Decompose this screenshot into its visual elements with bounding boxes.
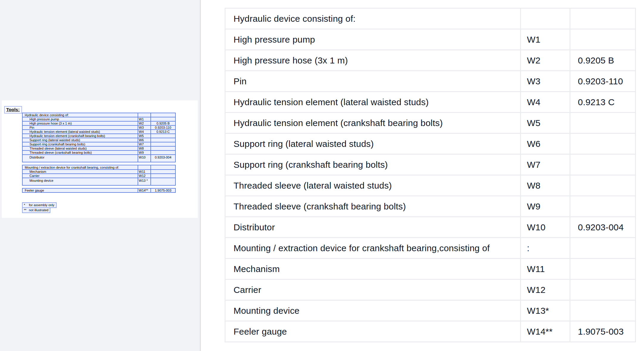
table-row: Hydraulic tension element (lateral waist… (225, 92, 636, 113)
tools-label: Tools: (6, 107, 20, 112)
screen: Tools: Hydraulic device consisting of: H… (0, 0, 644, 351)
table-row: Distributor W10 0.9203-004 (225, 217, 636, 238)
cell-part-number: 0.9213 C (570, 92, 636, 113)
table-row: Support ring (crankshaft bearing bolts) … (225, 154, 636, 175)
cell-description: Threaded sleeve (lateral waisted studs) (225, 175, 521, 196)
cell-tool-number: W3 (521, 71, 570, 92)
table-row: Mounting / extraction device for cranksh… (225, 238, 636, 259)
extracted-table-pane: Hydraulic device consisting of: High pre… (201, 0, 644, 351)
table-row: Carrier W12 (225, 279, 636, 300)
cell-part-number (570, 8, 636, 29)
cell-tool-number: W4 (521, 92, 570, 113)
footnote-text: for assembly only (29, 203, 55, 207)
mini-cell-tool-number: W10 (138, 154, 151, 162)
table-row: High pressure pump W1 (225, 29, 636, 50)
mini-cell-part-number (150, 178, 176, 186)
cell-description: Support ring (crankshaft bearing bolts) (225, 154, 521, 175)
cell-part-number (570, 300, 636, 321)
mini-cell-description: Mounting device (22, 178, 138, 186)
table-row: Threaded sleeve (crankshaft bearing bolt… (225, 196, 636, 217)
cell-tool-number: W9 (521, 196, 570, 217)
cell-description: Hydraulic tension element (lateral waist… (225, 92, 521, 113)
cell-tool-number (521, 8, 570, 29)
footnote-text: not illustrated (29, 208, 48, 212)
table-row: Feeler gauge W14** 1.9075-003 (225, 321, 636, 342)
mini-table-row: Distributor W10 0.9203-004 (22, 154, 176, 162)
table-row: Hydraulic device consisting of: (225, 8, 636, 29)
document-preview-pane: Tools: Hydraulic device consisting of: H… (0, 0, 200, 351)
footnotes: *for assembly only **not illustrated (22, 203, 57, 213)
tools-label-detection-box: Tools: (4, 106, 22, 114)
cell-tool-number: W8 (521, 175, 570, 196)
mini-cell-part-number: 1.9075-003 (150, 188, 176, 193)
cell-description: Pin (225, 71, 521, 92)
cell-description: Feeler gauge (225, 321, 521, 342)
cell-description: Support ring (lateral waisted studs) (225, 133, 521, 154)
cell-description: Distributor (225, 217, 521, 238)
cell-description: Mounting / extraction device for cranksh… (225, 238, 521, 259)
mini-cell-tool-number: W13 * (138, 178, 151, 186)
table-row: Threaded sleeve (lateral waisted studs) … (225, 175, 636, 196)
cell-description: Hydraulic device consisting of: (225, 8, 521, 29)
table-row: Hydraulic tension element (crankshaft be… (225, 113, 636, 133)
mini-cell-description: Distributor (22, 154, 138, 162)
cell-tool-number: W7 (521, 154, 570, 175)
cell-part-number (570, 133, 636, 154)
table-row: Support ring (lateral waisted studs) W6 (225, 133, 636, 154)
cell-part-number (570, 29, 636, 50)
table-row: Pin W3 0.9203-110 (225, 71, 636, 92)
cell-tool-number: W13* (521, 300, 570, 321)
cell-part-number: 0.9203-110 (570, 71, 636, 92)
cell-part-number (570, 154, 636, 175)
cell-part-number: 1.9075-003 (570, 321, 636, 342)
cell-tool-number: W10 (521, 217, 570, 238)
cell-description: Mounting device (225, 300, 521, 321)
cell-part-number (570, 113, 636, 133)
cell-description: Carrier (225, 279, 521, 300)
footnote-detection-box: **not illustrated (22, 207, 50, 213)
footnote-marker: * (24, 203, 29, 207)
cell-description: Threaded sleeve (crankshaft bearing bolt… (225, 196, 521, 217)
cell-tool-number: W14** (521, 321, 570, 342)
cell-description: High pressure pump (225, 29, 521, 50)
scanned-page-thumbnail[interactable]: Tools: Hydraulic device consisting of: H… (2, 100, 198, 218)
cell-part-number (570, 196, 636, 217)
cell-description: Mechanism (225, 259, 521, 279)
cell-description: High pressure hose (3x 1 m) (225, 50, 521, 71)
mini-cell-description: Feeler gauge (22, 188, 138, 193)
cell-part-number (570, 175, 636, 196)
table-row: Mechanism W11 (225, 259, 636, 279)
cell-tool-number: W11 (521, 259, 570, 279)
cell-description: Hydraulic tension element (crankshaft be… (225, 113, 521, 133)
mini-cell-part-number: 0.9203-004 (150, 154, 176, 162)
cell-part-number (570, 259, 636, 279)
cell-tool-number: W2 (521, 50, 570, 71)
cell-part-number (570, 238, 636, 259)
mini-cell-tool-number: W14** (138, 188, 151, 193)
cell-tool-number: W12 (521, 279, 570, 300)
cell-tool-number: : (521, 238, 570, 259)
mini-table-row: Mounting device W13 * (22, 178, 176, 186)
cell-part-number (570, 279, 636, 300)
footnote-marker: ** (24, 208, 29, 212)
cell-part-number: 0.9203-004 (570, 217, 636, 238)
cell-tool-number: W1 (521, 29, 570, 50)
cell-tool-number: W5 (521, 113, 570, 133)
cell-tool-number: W6 (521, 133, 570, 154)
mini-table-row: Feeler gauge W14** 1.9075-003 (22, 188, 176, 193)
table-row: Mounting device W13* (225, 300, 636, 321)
cell-part-number: 0.9205 B (570, 50, 636, 71)
table-row: High pressure hose (3x 1 m) W2 0.9205 B (225, 50, 636, 71)
extracted-table: Hydraulic device consisting of: High pre… (225, 8, 636, 342)
detected-table-overlay: Hydraulic device consisting of: High pre… (22, 113, 176, 193)
